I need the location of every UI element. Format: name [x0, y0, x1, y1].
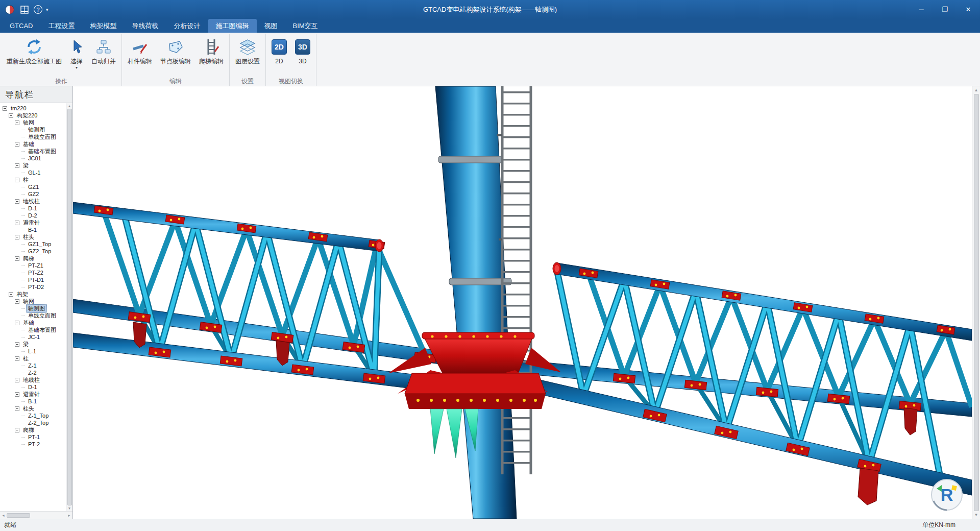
tree-expand-icon[interactable] [15, 235, 19, 239]
view-3d-button[interactable]: 3D 3D [291, 35, 314, 77]
tree-item[interactable]: 基础 [1, 319, 66, 326]
scroll-left-icon[interactable]: ◄ [2, 514, 5, 517]
tree-expand-icon[interactable] [21, 173, 24, 173]
help-icon[interactable]: ? [34, 5, 42, 14]
tree-item[interactable]: 柱 [1, 355, 66, 362]
viewport-vertical-scrollbar[interactable]: ▲ ▼ [972, 86, 980, 519]
tree-expand-icon[interactable] [15, 256, 19, 261]
tree-item[interactable]: B-1 [1, 398, 66, 405]
ribbon-tab[interactable]: 构架模型 [83, 19, 125, 33]
tree-item[interactable]: L-1 [1, 348, 66, 355]
tree-item[interactable]: 基础布置图 [1, 148, 66, 155]
maximize-button[interactable]: ❐ [933, 0, 957, 19]
tree-item[interactable]: PT-1 [1, 433, 66, 441]
tree-expand-icon[interactable] [15, 392, 19, 397]
tree-expand-icon[interactable] [21, 251, 24, 252]
tree-expand-icon[interactable] [21, 151, 24, 152]
tree-expand-icon[interactable] [21, 366, 24, 366]
tree-expand-icon[interactable] [15, 178, 19, 182]
tree-item[interactable]: Z-1_Top [1, 412, 66, 419]
tree-item[interactable]: 避雷针 [1, 219, 66, 226]
scroll-up-icon[interactable]: ▲ [68, 104, 71, 108]
tree-item[interactable]: GZ1_Top [1, 240, 66, 248]
tree-expand-icon[interactable] [21, 158, 24, 159]
member-edit-button[interactable]: 杆件编辑 [124, 35, 156, 77]
tree-item[interactable]: 轴测图 [1, 305, 66, 312]
tree-expand-icon[interactable] [21, 337, 24, 337]
tree-expand-icon[interactable] [21, 416, 24, 416]
view-2d-button[interactable]: 2D 2D [267, 35, 291, 77]
tree-expand-icon[interactable] [21, 266, 24, 266]
tree-item[interactable]: 构架 [1, 291, 66, 298]
ribbon-tab[interactable]: BIM交互 [285, 19, 326, 33]
scroll-right-icon[interactable]: ► [67, 514, 71, 517]
tree-item[interactable]: GL-1 [1, 169, 66, 176]
tree-expand-icon[interactable] [21, 273, 24, 273]
tree-expand-icon[interactable] [21, 308, 24, 309]
tree-item[interactable]: 单线立面图 [1, 133, 66, 140]
ribbon-tab[interactable]: 工程设置 [41, 19, 83, 33]
auto-merge-button[interactable]: 自动归并 [87, 35, 120, 77]
tree-item[interactable]: D-1 [1, 205, 66, 212]
tree-hscroll-thumb[interactable] [7, 513, 30, 518]
tree-item[interactable]: GZ2_Top [1, 248, 66, 255]
tree-expand-icon[interactable] [15, 120, 19, 125]
tree-expand-icon[interactable] [15, 356, 19, 361]
tree-item[interactable]: GZ2 [1, 190, 66, 198]
tree-item[interactable]: 构架220 [1, 112, 66, 119]
tree-item[interactable]: PT-Z2 [1, 269, 66, 276]
model-viewport[interactable]: R [73, 86, 972, 519]
tree-expand-icon[interactable] [9, 292, 13, 297]
tree-expand-icon[interactable] [15, 321, 19, 325]
tree-item[interactable]: 柱 [1, 176, 66, 183]
tree-expand-icon[interactable] [21, 137, 24, 137]
tree-expand-icon[interactable] [21, 287, 24, 287]
tree-item[interactable]: 梁 [1, 341, 66, 348]
tree-expand-icon[interactable] [21, 444, 24, 445]
tree-expand-icon[interactable] [21, 208, 24, 209]
grid-table-icon[interactable] [19, 4, 30, 15]
tree-item[interactable]: D-1 [1, 383, 66, 391]
ribbon-tab[interactable]: 导线荷载 [125, 19, 166, 33]
tree-expand-icon[interactable] [15, 428, 19, 432]
app-logo-icon[interactable] [4, 4, 15, 15]
tree-expand-icon[interactable] [15, 221, 19, 225]
tree-item[interactable]: PT-2 [1, 441, 66, 448]
tree-expand-icon[interactable] [15, 378, 19, 382]
viewport-scroll-up-icon[interactable]: ▲ [974, 88, 978, 92]
ribbon-tab[interactable]: 分析设计 [166, 19, 208, 33]
tree-item[interactable]: PT-D2 [1, 283, 66, 291]
tree-item[interactable]: 梁 [1, 162, 66, 169]
tree-expand-icon[interactable] [21, 423, 24, 423]
tree-item[interactable]: Z-1 [1, 362, 66, 369]
tree-expand-icon[interactable] [21, 316, 24, 316]
tree-expand-icon[interactable] [15, 142, 19, 147]
tree-item[interactable]: GZ1 [1, 183, 66, 190]
tree-item[interactable]: 柱头 [1, 233, 66, 240]
tree-item[interactable]: B-1 [1, 226, 66, 233]
tree-expand-icon[interactable] [21, 330, 24, 330]
ladder-edit-button[interactable]: 爬梯编辑 [195, 35, 228, 77]
gusset-plate-edit-button[interactable]: 节点板编辑 [156, 35, 195, 77]
tree-expand-icon[interactable] [21, 401, 24, 402]
viewport-scroll-down-icon[interactable]: ▼ [974, 513, 978, 517]
tree-expand-icon[interactable] [21, 437, 24, 438]
tree-expand-icon[interactable] [15, 406, 19, 411]
tree-expand-icon[interactable] [21, 373, 24, 373]
select-dropdown-icon[interactable]: ▾ [76, 66, 78, 70]
scroll-down-icon[interactable]: ▼ [68, 506, 71, 510]
tree-item[interactable]: 地线柱 [1, 198, 66, 205]
tree-expand-icon[interactable] [21, 130, 24, 130]
tree-item[interactable]: 轴网 [1, 298, 66, 305]
tree-item[interactable]: JC01 [1, 155, 66, 162]
tree-item[interactable]: Z-2 [1, 369, 66, 376]
select-button[interactable]: 选择 ▾ [66, 35, 87, 77]
tree-item[interactable]: PT-D1 [1, 276, 66, 283]
tree-item[interactable]: 爬梯 [1, 426, 66, 433]
tree-item[interactable]: 基础 [1, 140, 66, 148]
tree-item[interactable]: 轴测图 [1, 126, 66, 133]
tree-item[interactable]: 地线柱 [1, 376, 66, 383]
tree-item[interactable]: JC-1 [1, 333, 66, 341]
tree-expand-icon[interactable] [21, 215, 24, 216]
tree-expand-icon[interactable] [21, 194, 24, 195]
